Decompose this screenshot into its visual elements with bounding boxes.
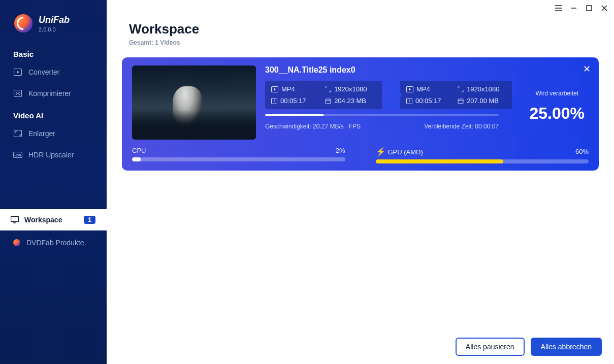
- card-close-icon[interactable]: ✕: [583, 63, 591, 75]
- app-name: UniFab: [39, 15, 70, 25]
- page-subtitle: Gesamt: 1 Videos: [129, 39, 592, 46]
- src-resolution: 1920x1080: [334, 85, 367, 93]
- fps-label: FPS: [349, 123, 361, 130]
- nav-enlarger[interactable]: Enlarger: [0, 123, 107, 144]
- file-icon: [325, 98, 331, 104]
- dst-duration: 00:05:17: [415, 97, 441, 105]
- minimize-icon[interactable]: [569, 4, 578, 13]
- progress-fill: [265, 114, 324, 116]
- percent: 25.00%: [529, 104, 585, 123]
- speed-label: Geschwindigkeit:: [265, 123, 311, 130]
- pause-all-button[interactable]: Alles pausieren: [456, 338, 525, 356]
- svg-text:HDR: HDR: [15, 154, 22, 157]
- expand-icon: [458, 86, 464, 92]
- nav-label: Enlarger: [28, 129, 55, 138]
- src-duration: 00:05:17: [280, 97, 306, 105]
- main-area: Workspace Gesamt: 1 Videos ✕ 300__NA.Tit…: [107, 0, 614, 364]
- hdr-icon: HDR: [13, 151, 22, 158]
- status-label: Wird verarbeitet: [529, 90, 585, 97]
- dst-format: MP4: [416, 85, 430, 93]
- logo-area: UniFab 2.0.0.0: [0, 0, 107, 43]
- destination-info: MP4 1920x1080 00:05:17 207.00 MB: [400, 81, 512, 109]
- task-title: 300__NA.Title25 index0: [265, 65, 589, 75]
- nav-hdr[interactable]: HDR HDR Upscaler: [0, 144, 107, 166]
- nav-label: Converter: [28, 68, 59, 76]
- footer: Alles pausieren Alles abbrechen: [456, 338, 602, 356]
- close-icon[interactable]: [600, 4, 609, 13]
- workspace-badge: 1: [84, 216, 95, 224]
- clock-icon: [406, 98, 412, 104]
- src-size: 204.23 MB: [334, 97, 366, 105]
- src-format: MP4: [281, 85, 295, 93]
- task-meta: Geschwindigkeit: 20.27 MB/s FPS Verbleib…: [265, 123, 499, 130]
- svg-rect-6: [587, 6, 592, 11]
- arrow-icon: [382, 81, 403, 109]
- enlarge-icon: [13, 130, 22, 137]
- svg-rect-12: [458, 99, 463, 104]
- dvdfab-icon: [13, 239, 20, 246]
- clock-icon: [271, 98, 277, 104]
- bolt-icon: ⚡: [376, 147, 386, 156]
- page-title: Workspace: [129, 21, 592, 37]
- header: Workspace Gesamt: 1 Videos: [107, 14, 614, 51]
- gpu-pct: 60%: [575, 148, 589, 155]
- maximize-icon[interactable]: [585, 4, 594, 13]
- gpu-usage: ⚡GPU (AMD) 60%: [376, 147, 589, 163]
- nav-label: Komprimierer: [28, 89, 71, 97]
- workspace-label: Workspace: [24, 216, 62, 224]
- play-box-icon: [406, 86, 413, 92]
- svg-rect-5: [11, 217, 19, 222]
- expand-icon: [325, 86, 331, 92]
- sidebar: UniFab 2.0.0.0 Basic Converter Komprimie…: [0, 0, 107, 364]
- video-thumbnail: [132, 65, 256, 140]
- file-icon: [458, 98, 464, 104]
- task-card: ✕ 300__NA.Title25 index0 MP4 1920x1080 0…: [122, 57, 599, 171]
- monitor-icon: [10, 216, 19, 223]
- cpu-usage: CPU 2%: [132, 147, 345, 163]
- right-stats: Wird verarbeitet 25.00%: [529, 90, 585, 123]
- nav-label: DVDFab Produkte: [26, 239, 84, 247]
- play-box-icon: [13, 69, 22, 76]
- app-logo-icon: [14, 14, 33, 32]
- cpu-label: CPU: [132, 147, 146, 154]
- gpu-label: GPU (AMD): [388, 148, 423, 156]
- titlebar: [107, 0, 614, 14]
- nav-workspace-active[interactable]: Workspace 1: [0, 209, 107, 230]
- cpu-pct: 2%: [336, 147, 345, 154]
- nav-label: HDR Upscaler: [28, 151, 74, 159]
- remaining-value: 00:00:07: [475, 123, 499, 130]
- section-basic: Basic: [0, 43, 107, 61]
- svg-rect-9: [326, 99, 331, 104]
- menu-icon[interactable]: [554, 4, 563, 13]
- play-box-icon: [271, 86, 278, 92]
- cancel-all-button[interactable]: Alles abbrechen: [531, 338, 602, 356]
- source-info: MP4 1920x1080 00:05:17 204.23 MB: [265, 81, 382, 109]
- usage-row: CPU 2% ⚡GPU (AMD) 60%: [132, 147, 589, 163]
- app-version: 2.0.0.0: [39, 26, 70, 32]
- speed-value: 20.27 MB/s: [313, 123, 344, 130]
- dst-size: 207.00 MB: [467, 97, 499, 105]
- nav-dvdfab[interactable]: DVDFab Produkte: [0, 230, 107, 255]
- section-video-ai: Video AI: [0, 104, 107, 123]
- svg-rect-2: [14, 130, 22, 137]
- nav-converter[interactable]: Converter: [0, 61, 107, 83]
- svg-rect-1: [14, 90, 22, 97]
- progress-bar: [265, 114, 499, 116]
- compress-icon: [13, 90, 22, 97]
- nav-komprimierer[interactable]: Komprimierer: [0, 83, 107, 104]
- gpu-bar-fill: [376, 159, 504, 163]
- dst-resolution: 1920x1080: [467, 85, 499, 93]
- cpu-bar-fill: [132, 157, 141, 161]
- remaining-label: Verbleibende Zeit:: [424, 123, 473, 130]
